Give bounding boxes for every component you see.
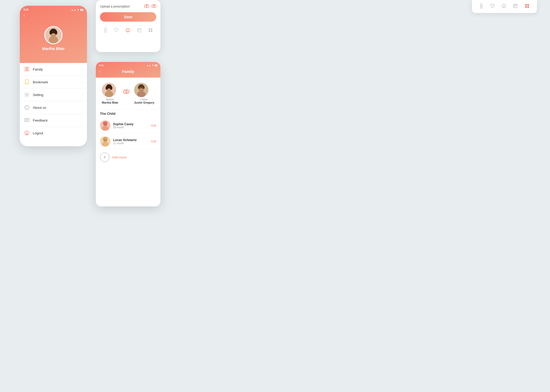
toolbar-grid-icon[interactable] (525, 4, 529, 10)
mother-name: Martha Blair (102, 101, 118, 104)
father-role: Father (134, 98, 154, 101)
menu-item-setting[interactable]: Setting › (20, 88, 87, 101)
svg-point-62 (104, 140, 105, 141)
father-name: Justin Gregory (134, 101, 154, 104)
svg-rect-68 (514, 4, 517, 8)
left-phone: 9:41 ▲▲ ▼ ▮▮ ‹ Martha Blair (20, 6, 87, 146)
signal-mid: ▲▲ ▼ ▮▮ (146, 64, 157, 67)
add-more-label: Add more (112, 155, 127, 159)
upload-label: Upload a prescription: (100, 5, 142, 8)
svg-point-7 (52, 32, 53, 34)
time-left: 9:41 (23, 8, 29, 11)
svg-rect-30 (149, 30, 150, 32)
avatar-image (45, 27, 62, 43)
svg-point-8 (54, 32, 55, 34)
nav-grid-icon[interactable] (148, 28, 153, 34)
svg-rect-69 (514, 6, 515, 7)
logout-icon (24, 130, 30, 136)
bookmark-icon (24, 79, 30, 85)
svg-point-5 (49, 30, 52, 35)
svg-marker-12 (25, 80, 28, 84)
menu-label-setting: Setting (33, 93, 82, 97)
svg-rect-20 (152, 5, 156, 8)
toolbar-face-icon[interactable] (502, 4, 506, 10)
svg-point-45 (137, 91, 145, 97)
parents-section: Mother Martha Blair (96, 78, 160, 109)
menu-label-about: About us (33, 106, 83, 110)
svg-point-49 (143, 86, 145, 89)
profile-header: 9:41 ▲▲ ▼ ▮▮ ‹ Martha Blair (20, 6, 87, 63)
menu-item-logout[interactable]: Logout (20, 127, 87, 139)
child-avatar-1 (100, 136, 110, 147)
svg-point-56 (104, 124, 105, 125)
child-name-1: Lucas Schwartz (113, 138, 151, 142)
prescription-content: Upload a prescription: Save (96, 0, 160, 40)
svg-rect-31 (151, 30, 152, 32)
child-name-0: Sophie Casey (113, 122, 151, 126)
add-more-row[interactable]: + Add more (96, 149, 160, 165)
toolbar-heart-icon[interactable] (490, 4, 495, 9)
time-mid: 9:41 (99, 64, 104, 67)
nav-heart-icon[interactable] (114, 28, 119, 33)
child-avatar-0 (100, 120, 110, 131)
svg-point-24 (127, 30, 127, 30)
svg-rect-72 (525, 6, 527, 8)
nav-medicine-icon[interactable] (103, 28, 108, 34)
father-avatar (134, 83, 148, 97)
add-circle-icon: + (100, 153, 109, 162)
family-title: Family (122, 69, 134, 74)
child-age-1: 11 month (113, 142, 151, 145)
svg-point-57 (106, 124, 106, 125)
feedback-icon (24, 117, 30, 123)
svg-point-40 (110, 88, 111, 89)
family-phone: 9:41 ▲▲ ▼ ▮▮ ‹ Family (96, 62, 160, 206)
image-upload-icon[interactable] (144, 4, 149, 9)
svg-point-15 (27, 106, 27, 107)
menu-item-family[interactable]: Family › (20, 63, 87, 76)
nav-calendar-icon[interactable] (137, 28, 142, 34)
svg-rect-29 (151, 28, 152, 30)
svg-point-63 (106, 140, 106, 141)
back-button-family[interactable]: ‹ (99, 69, 100, 74)
toolbar-calendar-icon[interactable] (513, 4, 518, 10)
svg-point-39 (108, 88, 108, 89)
mother-card: Mother Martha Blair (102, 83, 118, 104)
child-info-1: Lucas Schwartz 11 month (113, 138, 151, 145)
status-bar-mid: 9:41 ▲▲ ▼ ▮▮ (96, 64, 160, 67)
svg-rect-73 (527, 6, 529, 8)
svg-rect-70 (525, 4, 527, 6)
svg-rect-28 (149, 28, 150, 30)
edit-button-1[interactable]: Edit (151, 140, 156, 143)
menu-label-family: Family (33, 67, 82, 71)
mother-avatar (102, 83, 116, 97)
chevron-setting: › (82, 93, 83, 97)
bottom-nav-bar (100, 25, 156, 36)
back-button-left[interactable]: ‹ (23, 13, 25, 18)
svg-point-2 (49, 36, 58, 43)
mother-info: Mother Martha Blair (102, 98, 118, 104)
save-button[interactable]: Save (100, 12, 156, 22)
toolbar-medicine-icon[interactable] (479, 3, 483, 10)
svg-point-55 (103, 121, 108, 125)
upload-row: Upload a prescription: (100, 4, 156, 9)
edit-button-0[interactable]: Edit (151, 124, 156, 127)
nav-face-icon[interactable] (126, 28, 130, 34)
menu-item-bookmark[interactable]: Bookmark › (20, 76, 87, 88)
child-info-0: Sophie Casey 39 month (113, 122, 151, 129)
svg-point-10 (27, 67, 29, 69)
prescription-card: Upload a prescription: Save (96, 0, 160, 52)
menu-item-about[interactable]: About us (20, 101, 87, 114)
svg-point-21 (153, 6, 155, 7)
svg-point-25 (128, 30, 129, 30)
setting-icon (24, 92, 30, 98)
menu-label-feedback: Feedback (33, 118, 83, 122)
svg-point-48 (138, 86, 140, 89)
svg-rect-18 (145, 5, 149, 8)
svg-point-19 (146, 6, 147, 7)
camera-upload-icon[interactable] (152, 4, 156, 9)
chevron-family: › (82, 67, 83, 71)
svg-point-66 (503, 5, 503, 6)
mother-role: Mother (102, 98, 118, 101)
family-icon (24, 66, 30, 72)
menu-item-feedback[interactable]: Feedback (20, 114, 87, 127)
